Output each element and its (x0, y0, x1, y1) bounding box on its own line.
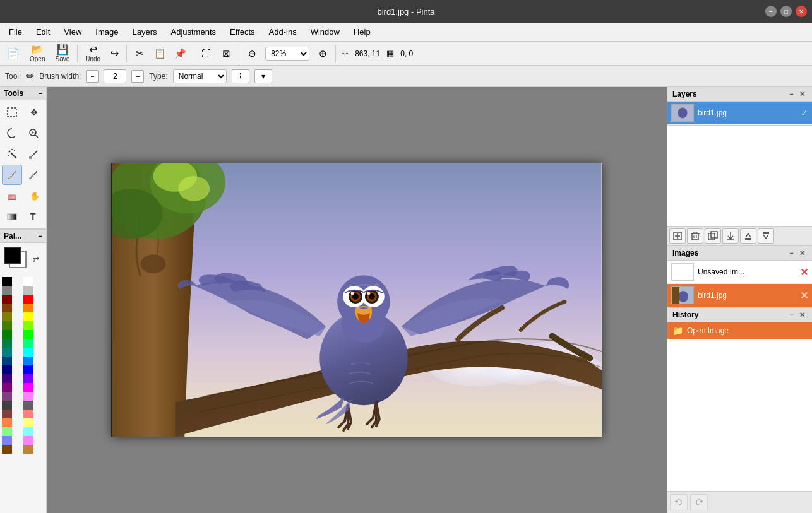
palette-color-2[interactable] (2, 286, 12, 295)
save-button[interactable]: 💾 Save (51, 42, 74, 65)
history-item-open-image[interactable]: 📁 Open Image (667, 322, 812, 339)
palette-color-3[interactable] (23, 286, 33, 295)
layer-item-bird1[interactable]: bird1.jpg ✓ (667, 102, 812, 125)
palette-color-26[interactable] (2, 392, 12, 401)
palette-color-16[interactable] (2, 348, 12, 357)
tool-zoom[interactable] (23, 123, 44, 143)
history-close-btn[interactable]: ✕ (797, 311, 807, 319)
menu-item-image[interactable]: Image (89, 25, 124, 39)
foreground-color-box[interactable] (4, 247, 21, 264)
menu-item-effects[interactable]: Effects (224, 25, 261, 39)
move-layer-down-btn[interactable] (758, 228, 774, 244)
tool-rectangle-select[interactable] (2, 102, 22, 122)
palette-color-5[interactable] (23, 295, 33, 304)
tools-collapse-icon[interactable]: − (39, 90, 42, 97)
palette-color-37[interactable] (23, 436, 33, 445)
tool-lasso[interactable] (2, 123, 22, 143)
palette-color-0[interactable] (2, 277, 12, 286)
palette-color-7[interactable] (23, 304, 33, 312)
palette-color-17[interactable] (23, 348, 33, 357)
resize-button[interactable]: ⊠ (217, 44, 236, 63)
palette-color-24[interactable] (2, 383, 12, 392)
palette-color-27[interactable] (23, 392, 33, 401)
open-button[interactable]: 📂 Open (25, 42, 49, 65)
layers-minimize-btn[interactable]: − (788, 90, 796, 98)
palette-color-30[interactable] (2, 410, 12, 418)
palette-color-22[interactable] (2, 374, 12, 383)
color-swap-icon[interactable]: ⇄ (33, 255, 39, 264)
palette-color-4[interactable] (2, 295, 12, 304)
menu-item-file[interactable]: File (3, 25, 28, 39)
tool-pan[interactable]: ✋ (23, 186, 44, 206)
history-minimize-btn[interactable]: − (788, 311, 796, 319)
tool-move[interactable]: ✥ (23, 102, 44, 122)
palette-color-9[interactable] (23, 312, 33, 321)
palette-color-11[interactable] (23, 321, 33, 330)
canvas-area[interactable] (47, 87, 667, 513)
palette-color-38[interactable] (2, 445, 12, 454)
cut-button[interactable]: ✂ (130, 44, 149, 63)
tool-pencil[interactable] (2, 165, 22, 185)
images-minimize-btn[interactable]: − (788, 249, 796, 257)
brush-width-minus[interactable]: − (86, 70, 99, 83)
new-button[interactable]: 📄 (3, 46, 24, 61)
menu-item-window[interactable]: Window (304, 25, 346, 39)
layer-visibility-check[interactable]: ✓ (801, 108, 808, 118)
antialiasing-button[interactable]: ⌇ (232, 69, 249, 83)
tool-magic-wand[interactable] (2, 144, 22, 164)
palette-color-19[interactable] (23, 357, 33, 365)
palette-color-6[interactable] (2, 304, 12, 312)
tool-paint-brush[interactable] (23, 165, 44, 185)
minimize-button[interactable]: − (765, 6, 777, 17)
palette-color-36[interactable] (2, 436, 12, 445)
menu-item-edit[interactable]: Edit (30, 25, 56, 39)
palette-collapse-icon[interactable]: − (39, 232, 42, 240)
tool-eraser[interactable] (2, 186, 22, 206)
palette-color-12[interactable] (2, 330, 12, 339)
palette-color-13[interactable] (23, 330, 33, 339)
palette-color-35[interactable] (23, 427, 33, 436)
zoom-out-button[interactable]: ⊖ (242, 44, 261, 63)
palette-color-32[interactable] (2, 418, 12, 427)
redo-button[interactable]: ↪ (106, 46, 123, 61)
zoom-in-button[interactable]: ⊕ (313, 44, 332, 63)
image-close-bird1[interactable]: ✕ (800, 290, 808, 302)
duplicate-layer-btn[interactable] (705, 228, 721, 244)
delete-layer-btn[interactable] (687, 228, 703, 244)
crop-button[interactable]: ⛶ (196, 44, 215, 63)
palette-color-20[interactable] (2, 365, 12, 374)
palette-color-39[interactable] (23, 445, 33, 454)
tool-text[interactable]: T (23, 206, 44, 227)
maximize-button[interactable]: □ (780, 6, 792, 17)
image-close-unsaved[interactable]: ✕ (800, 266, 808, 278)
menu-item-help[interactable]: Help (347, 25, 377, 39)
palette-color-28[interactable] (2, 401, 12, 410)
menu-item-add-ins[interactable]: Add-ins (263, 25, 303, 39)
palette-color-25[interactable] (23, 383, 33, 392)
palette-color-34[interactable] (2, 427, 12, 436)
palette-color-8[interactable] (2, 312, 12, 321)
menu-item-adjustments[interactable]: Adjustments (164, 25, 222, 39)
tool-gradient[interactable] (2, 206, 22, 227)
image-item-unsaved[interactable]: Unsaved Im... ✕ (667, 261, 812, 284)
brush-width-plus[interactable]: + (131, 70, 144, 83)
images-close-btn[interactable]: ✕ (797, 249, 807, 257)
antialiasing-toggle[interactable]: ▾ (254, 69, 272, 83)
menu-item-view[interactable]: View (57, 25, 88, 39)
palette-color-29[interactable] (23, 401, 33, 410)
palette-color-23[interactable] (23, 374, 33, 383)
layers-close-btn[interactable]: ✕ (797, 90, 807, 98)
menu-item-layers[interactable]: Layers (126, 25, 163, 39)
type-select[interactable]: Normal Smooth Hard (173, 69, 227, 83)
image-item-bird1[interactable]: bird1.jpg ✕ (667, 284, 812, 307)
palette-color-18[interactable] (2, 357, 12, 365)
palette-color-1[interactable] (23, 277, 33, 286)
close-button[interactable]: ✕ (796, 6, 807, 17)
palette-color-10[interactable] (2, 321, 12, 330)
zoom-select[interactable]: 82% 50% 100% 150% 200% (265, 47, 309, 61)
add-layer-btn[interactable] (669, 228, 686, 244)
tool-color-picker[interactable] (23, 144, 44, 164)
paste-button[interactable]: 📌 (170, 44, 189, 63)
merge-layer-btn[interactable] (722, 228, 739, 244)
palette-color-33[interactable] (23, 418, 33, 427)
